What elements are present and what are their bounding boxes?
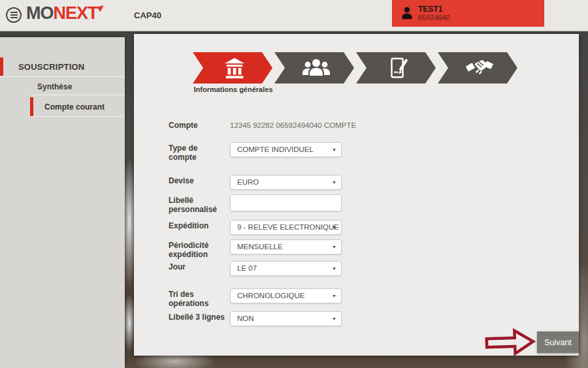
expedition-select[interactable]: 9 - RELEVE ELECTRONIQUE ▼ bbox=[230, 220, 342, 235]
red-annotation-arrow-icon bbox=[483, 328, 536, 358]
main-panel: Informations générales Compte 12345 9228… bbox=[134, 34, 579, 356]
active-step-label: Informations générales bbox=[190, 85, 276, 93]
devise-select[interactable]: EURO ▼ bbox=[230, 175, 342, 190]
people-group-icon bbox=[302, 58, 331, 78]
monext-logo[interactable]: MONEXT bbox=[26, 3, 98, 23]
periodicite-expedition-select[interactable]: MENSUELLE ▼ bbox=[230, 239, 342, 254]
app-screen: MONEXT CAP40 TEST1 65924940 SOUSCRIPTION… bbox=[0, 0, 588, 368]
select-value: CHRONOLOGIQUE bbox=[237, 292, 305, 299]
left-sidebar: SOUSCRIPTION Synthèse Compte courant bbox=[0, 37, 125, 368]
app-code-label: CAP40 bbox=[134, 10, 161, 20]
select-value: EURO bbox=[237, 178, 259, 186]
hamburger-icon bbox=[10, 17, 18, 18]
logo-text-mo: MO bbox=[26, 3, 54, 23]
select-value: LE 07 bbox=[237, 264, 257, 272]
field-label-type-de-compte: Type de compte bbox=[169, 144, 227, 162]
sidebar-section-souscription[interactable]: SOUSCRIPTION bbox=[18, 62, 84, 72]
step-intervenants[interactable] bbox=[274, 52, 354, 84]
field-label-devise: Devise bbox=[169, 176, 227, 185]
tri-des-operations-select[interactable]: CHRONOLOGIQUE ▼ bbox=[230, 288, 342, 303]
top-header: MONEXT CAP40 TEST1 65924940 bbox=[0, 0, 588, 31]
select-value: MENSUELLE bbox=[237, 243, 283, 251]
step-informations-generales[interactable] bbox=[193, 52, 272, 84]
suivant-button[interactable]: Suivant bbox=[537, 331, 579, 353]
section-accent-bar bbox=[0, 57, 3, 76]
jour-select[interactable]: LE 07 ▼ bbox=[230, 261, 342, 276]
compte-value: 12345 92282 06592494040 COMPTE bbox=[230, 121, 356, 129]
chevron-down-icon: ▼ bbox=[332, 262, 336, 275]
type-de-compte-select[interactable]: COMPTE INDIVIDUEL ▼ bbox=[230, 142, 342, 157]
libelle-3-lignes-select[interactable]: NON ▼ bbox=[230, 311, 342, 326]
chevron-down-icon: ▼ bbox=[332, 176, 336, 189]
field-label-periodicite-expedition: Périodicité expédition bbox=[169, 241, 227, 259]
handshake-icon bbox=[465, 58, 495, 78]
select-value: COMPTE INDIVIDUEL bbox=[237, 146, 314, 153]
wizard-stepper bbox=[193, 52, 519, 84]
field-label-libelle-3-lignes: Libellé 3 lignes bbox=[169, 313, 227, 322]
user-number: 65924940 bbox=[418, 14, 450, 22]
hamburger-icon bbox=[10, 14, 18, 16]
field-label-jour: Jour bbox=[169, 262, 227, 271]
bank-icon bbox=[222, 55, 247, 80]
field-label-compte: Compte bbox=[169, 121, 227, 130]
select-value: NON bbox=[237, 314, 254, 322]
field-label-tri-des-operations: Tri des opérations bbox=[169, 290, 227, 308]
sidebar-divider bbox=[30, 116, 125, 117]
active-item-accent-bar bbox=[30, 97, 33, 116]
chevron-down-icon: ▼ bbox=[332, 143, 336, 157]
select-value: 9 - RELEVE ELECTRONIQUE bbox=[237, 223, 339, 231]
document-pen-icon bbox=[386, 55, 410, 80]
logo-text-next: NEXT bbox=[54, 3, 98, 23]
step-validation[interactable] bbox=[438, 52, 517, 84]
user-silhouette-icon bbox=[400, 5, 414, 22]
sidebar-divider bbox=[0, 76, 125, 77]
user-badge[interactable]: TEST1 65924940 bbox=[392, 0, 544, 27]
chevron-down-icon: ▼ bbox=[332, 289, 336, 303]
libelle-personnalise-input[interactable] bbox=[230, 194, 342, 211]
sidebar-item-synthese[interactable]: Synthèse bbox=[37, 82, 72, 91]
user-name: TEST1 bbox=[418, 5, 442, 14]
field-label-libelle-personnalise: Libellé personnalisé bbox=[169, 196, 227, 214]
field-label-expedition: Expédition bbox=[169, 221, 227, 230]
chevron-down-icon: ▼ bbox=[332, 312, 336, 326]
hamburger-icon bbox=[10, 12, 18, 13]
menu-button[interactable] bbox=[6, 7, 22, 23]
chevron-down-icon: ▼ bbox=[332, 221, 336, 234]
step-saisie[interactable] bbox=[356, 52, 436, 84]
sidebar-item-compte-courant[interactable]: Compte courant bbox=[44, 102, 105, 112]
sidebar-divider bbox=[30, 95, 125, 95]
chevron-down-icon: ▼ bbox=[332, 240, 336, 254]
